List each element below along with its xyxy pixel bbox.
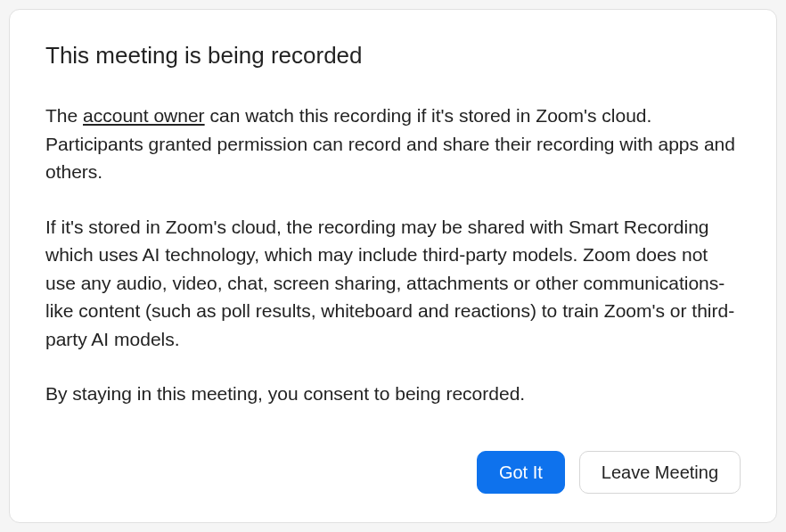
dialog-actions: Got It Leave Meeting [45, 451, 741, 494]
paragraph-1-pre: The [45, 105, 83, 126]
got-it-button[interactable]: Got It [477, 451, 565, 494]
leave-meeting-button[interactable]: Leave Meeting [579, 451, 741, 494]
account-owner-link[interactable]: account owner [83, 105, 205, 126]
dialog-paragraph-3: By staying in this meeting, you consent … [45, 380, 741, 408]
dialog-paragraph-1: The account owner can watch this recordi… [45, 102, 741, 186]
recording-consent-dialog: This meeting is being recorded The accou… [9, 9, 777, 523]
dialog-body: The account owner can watch this recordi… [45, 102, 741, 433]
dialog-paragraph-2: If it's stored in Zoom's cloud, the reco… [45, 213, 741, 354]
dialog-title: This meeting is being recorded [45, 42, 741, 70]
